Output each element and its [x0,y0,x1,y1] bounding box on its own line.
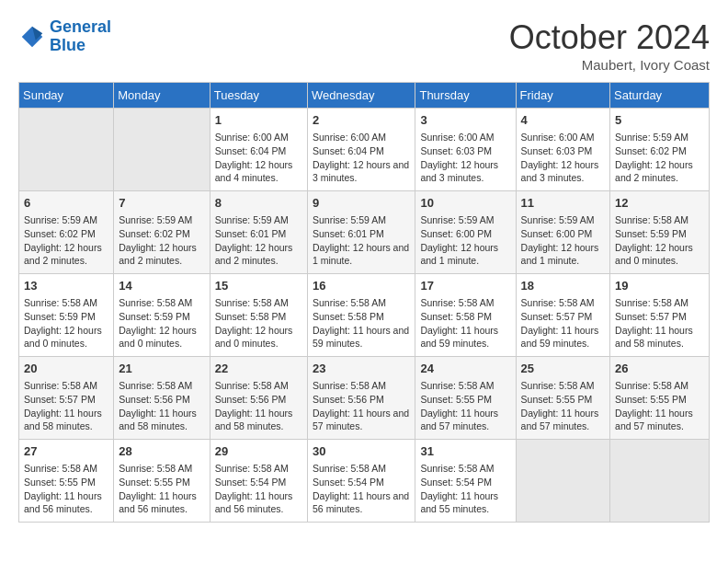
day-number: 25 [521,361,606,377]
daylight-text: Daylight: 11 hours and 56 minutes. [24,489,108,516]
sunrise-text: Sunrise: 5:59 AM [215,213,302,227]
sunrise-text: Sunrise: 5:58 AM [521,379,606,393]
week-row-5: 27Sunrise: 5:58 AMSunset: 5:55 PMDayligh… [19,440,710,523]
calendar-cell [516,440,610,523]
daylight-text: Daylight: 11 hours and 56 minutes. [313,489,410,516]
sunset-text: Sunset: 5:59 PM [615,227,704,241]
daylight-text: Daylight: 12 hours and 3 minutes. [420,158,510,185]
calendar-cell: 1Sunrise: 6:00 AMSunset: 6:04 PMDaylight… [210,109,307,191]
day-number: 14 [119,278,204,294]
column-header-wednesday: Wednesday [308,83,415,109]
calendar-cell [19,109,114,191]
calendar-cell: 3Sunrise: 6:00 AMSunset: 6:03 PMDaylight… [415,109,516,191]
calendar-cell: 8Sunrise: 5:59 AMSunset: 6:01 PMDaylight… [210,191,307,274]
day-number: 30 [313,443,410,460]
daylight-text: Daylight: 11 hours and 59 minutes. [420,324,510,350]
sunset-text: Sunset: 5:57 PM [521,310,606,324]
calendar-cell: 24Sunrise: 5:58 AMSunset: 5:55 PMDayligh… [415,357,516,440]
day-number: 19 [615,278,704,294]
calendar-cell: 2Sunrise: 6:00 AMSunset: 6:04 PMDaylight… [308,109,415,191]
sunset-text: Sunset: 5:54 PM [420,476,510,489]
day-number: 31 [420,443,510,460]
calendar-cell: 19Sunrise: 5:58 AMSunset: 5:57 PMDayligh… [610,274,710,357]
sunset-text: Sunset: 5:55 PM [420,393,510,407]
column-header-saturday: Saturday [610,83,710,109]
week-row-3: 13Sunrise: 5:58 AMSunset: 5:59 PMDayligh… [19,274,710,357]
daylight-text: Daylight: 11 hours and 58 minutes. [615,324,704,350]
calendar-cell: 14Sunrise: 5:58 AMSunset: 5:59 PMDayligh… [114,274,210,357]
sunrise-text: Sunrise: 5:58 AM [24,296,108,310]
calendar-cell: 5Sunrise: 5:59 AMSunset: 6:02 PMDaylight… [610,109,710,191]
sunrise-text: Sunrise: 5:59 AM [119,213,204,227]
daylight-text: Daylight: 12 hours and 3 minutes. [521,158,606,185]
sunrise-text: Sunrise: 5:58 AM [313,296,410,310]
calendar-cell: 25Sunrise: 5:58 AMSunset: 5:55 PMDayligh… [516,357,610,440]
calendar-cell: 21Sunrise: 5:58 AMSunset: 5:56 PMDayligh… [114,357,210,440]
day-number: 1 [215,112,302,129]
logo: General Blue [18,18,111,55]
day-number: 18 [521,278,606,294]
day-number: 26 [615,361,704,377]
svg-marker-0 [22,27,43,48]
daylight-text: Daylight: 11 hours and 57 minutes. [615,407,704,433]
logo-line1: General [50,17,111,36]
sunrise-text: Sunrise: 6:00 AM [521,131,606,144]
logo-text: General Blue [50,18,111,55]
daylight-text: Daylight: 11 hours and 58 minutes. [24,407,108,433]
sunrise-text: Sunrise: 5:58 AM [215,462,302,476]
daylight-text: Daylight: 12 hours and 4 minutes. [215,158,302,185]
sunset-text: Sunset: 5:56 PM [119,393,204,407]
daylight-text: Daylight: 12 hours and 0 minutes. [119,324,204,350]
sunrise-text: Sunrise: 5:58 AM [615,379,704,393]
calendar-cell [114,109,210,191]
day-number: 4 [521,112,606,129]
calendar-cell: 20Sunrise: 5:58 AMSunset: 5:57 PMDayligh… [19,357,114,440]
sunrise-text: Sunrise: 5:58 AM [420,296,510,310]
sunrise-text: Sunrise: 5:59 AM [521,213,606,227]
day-number: 24 [420,361,510,377]
calendar-cell: 23Sunrise: 5:58 AMSunset: 5:56 PMDayligh… [308,357,415,440]
sunrise-text: Sunrise: 5:58 AM [119,296,204,310]
daylight-text: Daylight: 11 hours and 58 minutes. [119,407,204,433]
daylight-text: Daylight: 12 hours and 0 minutes. [615,241,704,268]
sunset-text: Sunset: 5:58 PM [420,310,510,324]
daylight-text: Daylight: 11 hours and 57 minutes. [420,407,510,433]
sunrise-text: Sunrise: 5:58 AM [313,462,410,476]
sunrise-text: Sunrise: 6:00 AM [313,131,410,144]
day-number: 9 [313,195,410,212]
logo-line2: Blue [50,36,85,54]
calendar-cell: 12Sunrise: 5:58 AMSunset: 5:59 PMDayligh… [610,191,710,274]
sunrise-text: Sunrise: 5:59 AM [24,213,108,227]
sunset-text: Sunset: 6:01 PM [313,227,410,241]
daylight-text: Daylight: 11 hours and 57 minutes. [521,407,606,433]
daylight-text: Daylight: 11 hours and 56 minutes. [119,489,204,516]
day-number: 23 [313,361,410,377]
week-row-4: 20Sunrise: 5:58 AMSunset: 5:57 PMDayligh… [19,357,710,440]
daylight-text: Daylight: 11 hours and 59 minutes. [313,324,410,350]
calendar-cell: 18Sunrise: 5:58 AMSunset: 5:57 PMDayligh… [516,274,610,357]
sunset-text: Sunset: 5:54 PM [313,476,410,489]
sunrise-text: Sunrise: 5:58 AM [119,462,204,476]
day-number: 20 [24,361,108,377]
day-number: 16 [313,278,410,294]
sunrise-text: Sunrise: 6:00 AM [215,131,302,144]
calendar-cell: 31Sunrise: 5:58 AMSunset: 5:54 PMDayligh… [415,440,516,523]
calendar-cell: 26Sunrise: 5:58 AMSunset: 5:55 PMDayligh… [610,357,710,440]
daylight-text: Daylight: 11 hours and 58 minutes. [215,407,302,433]
daylight-text: Daylight: 11 hours and 57 minutes. [313,407,410,433]
column-header-sunday: Sunday [19,83,114,109]
sunrise-text: Sunrise: 5:58 AM [24,379,108,393]
sunset-text: Sunset: 6:04 PM [215,144,302,158]
sunset-text: Sunset: 6:02 PM [615,144,704,158]
page-header: General Blue October 2024 Maubert, Ivory… [18,18,710,73]
sunset-text: Sunset: 5:59 PM [24,310,108,324]
day-number: 7 [119,195,204,212]
sunset-text: Sunset: 5:59 PM [119,310,204,324]
day-number: 29 [215,443,302,460]
calendar-cell: 17Sunrise: 5:58 AMSunset: 5:58 PMDayligh… [415,274,516,357]
sunrise-text: Sunrise: 5:58 AM [313,379,410,393]
sunrise-text: Sunrise: 5:59 AM [420,213,510,227]
sunrise-text: Sunrise: 5:59 AM [313,213,410,227]
day-number: 27 [24,443,108,460]
daylight-text: Daylight: 12 hours and 2 minutes. [215,241,302,268]
